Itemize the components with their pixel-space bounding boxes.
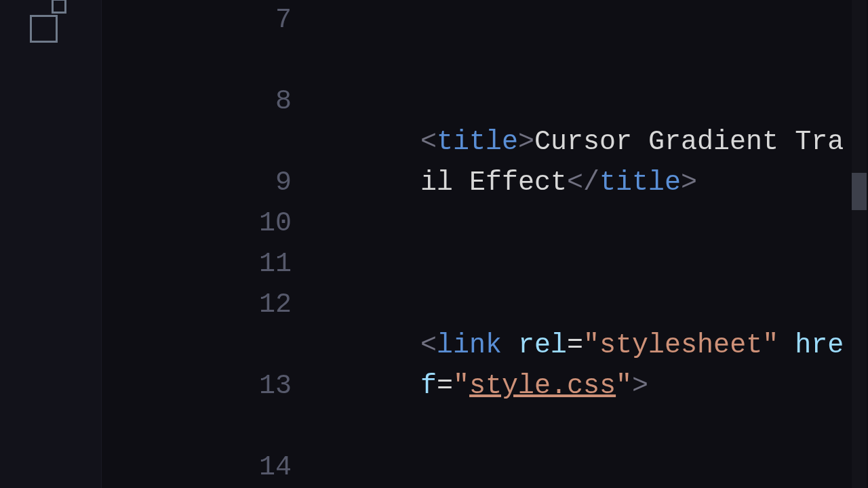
line-number: 11 xyxy=(102,244,292,285)
code-line[interactable]: <link rel="stylesheet" href="style.css"> xyxy=(312,325,848,407)
extensions-icon[interactable] xyxy=(30,0,72,42)
scrollbar-thumb[interactable] xyxy=(852,173,867,210)
line-number: 14 xyxy=(102,447,292,488)
code-line[interactable]: <title>Cursor Gradient Trail Effect</tit… xyxy=(312,122,848,203)
line-number: 7 xyxy=(102,0,292,81)
line-number: 10 xyxy=(102,203,292,244)
code-content[interactable]: <title>Cursor Gradient Trail Effect</tit… xyxy=(312,0,848,488)
line-number: 13 xyxy=(102,366,292,447)
activity-bar xyxy=(0,0,102,488)
vertical-scrollbar[interactable] xyxy=(852,0,867,488)
line-number: 9 xyxy=(102,163,292,203)
code-editor[interactable]: 7 8 9 10 11 12 13 14 <title>Cursor Gradi… xyxy=(102,0,868,488)
line-number: 8 xyxy=(102,81,292,163)
line-number-gutter: 7 8 9 10 11 12 13 14 xyxy=(102,0,312,488)
line-number: 12 xyxy=(102,285,292,366)
editor-root: 7 8 9 10 11 12 13 14 <title>Cursor Gradi… xyxy=(0,0,868,488)
